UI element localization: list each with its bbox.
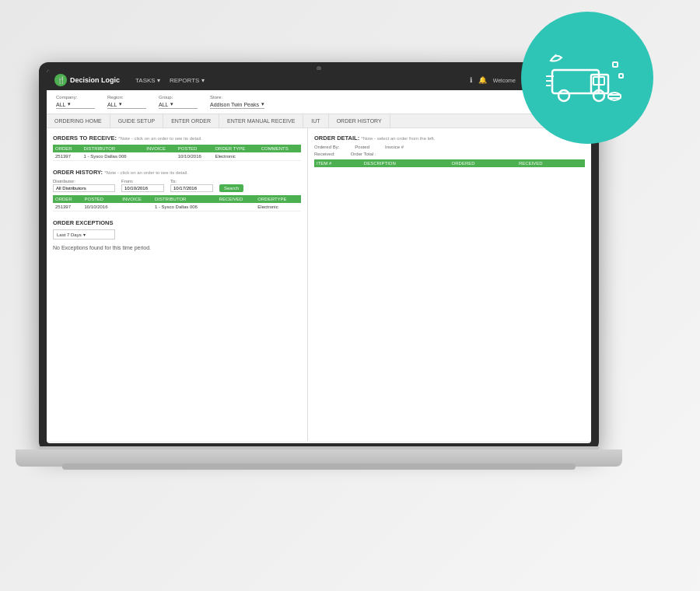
orders-table: ORDER DISTRIBUTOR INVOICE POSTED ORDER T… — [53, 145, 301, 161]
filter-store-select[interactable]: Addison Twin Peaks▾ — [210, 101, 264, 109]
col-order: ORDER — [53, 145, 82, 152]
col-invoice: INVOICE — [144, 145, 176, 152]
distributor-filter-group: Distributor: — [53, 179, 115, 192]
exceptions-title: ORDER EXCEPTIONS — [53, 219, 301, 226]
detail-col-desc: DESCRIPTION — [362, 159, 450, 167]
logo-icon: 🍴 — [54, 74, 67, 86]
hist-col-received: RECEIVED — [217, 195, 256, 203]
orders-to-receive-section: ORDERS TO RECEIVE: *Note - click on an o… — [53, 135, 301, 161]
svg-point-2 — [558, 90, 569, 101]
welcome-label: Welcome — [493, 78, 516, 83]
col-order-type: ORDER TYPE — [212, 145, 258, 152]
nav-items: TASKS ▾ REPORTS ▾ — [135, 77, 205, 84]
history-section-title: ORDER HISTORY: *Note - click on an order… — [53, 169, 301, 176]
history-table: ORDER POSTED INVOICE DISTRIBUTOR RECEIVE… — [53, 195, 301, 212]
detail-meta-2: Received: Order Total : — [314, 152, 585, 156]
order-history-section: ORDER HISTORY: *Note - click on an order… — [53, 169, 301, 212]
col-posted: POSTED — [176, 145, 213, 152]
nav-reports[interactable]: REPORTS ▾ — [170, 77, 205, 84]
tab-guide-setup[interactable]: GUIDE SETUP — [110, 114, 163, 128]
tab-order-history[interactable]: ORDER HISTORY — [329, 114, 390, 128]
filter-group-label: Group: — [159, 95, 198, 100]
left-panel: ORDERS TO RECEIVE: *Note - click on an o… — [47, 128, 308, 441]
order-detail-header: ORDER DETAIL: *Note - select an order fr… — [314, 135, 585, 156]
info-icon[interactable]: ℹ — [470, 76, 472, 84]
from-filter-label: From: — [121, 179, 164, 184]
to-filter-group: To: — [170, 179, 213, 192]
distributor-filter-input[interactable] — [53, 184, 115, 192]
detail-col-ordered: ORDERED — [450, 159, 516, 167]
filter-company-label: Company: — [56, 95, 95, 100]
orders-section-note: *Note - click on an order to see its det… — [118, 136, 202, 141]
filter-group-select[interactable]: ALL▾ — [159, 101, 198, 109]
detail-section-title: ORDER DETAIL: *Note - select an order fr… — [314, 135, 585, 142]
app-header: 🍴 Decision Logic TASKS ▾ REPORTS ▾ ℹ 🔔 W… — [47, 70, 591, 90]
ordered-by-label: Ordered By: — [314, 145, 339, 149]
hist-col-order: ORDER — [53, 195, 82, 203]
filter-region-label: Region: — [107, 95, 146, 100]
filter-region-select[interactable]: ALL▾ — [107, 101, 146, 109]
table-row[interactable]: 25139710/10/20161 - Sysco Dallas 006Elec… — [53, 203, 301, 212]
bell-icon[interactable]: 🔔 — [478, 76, 487, 84]
filter-bar: Company: ALL▾ Region: ALL▾ Group: — [47, 90, 591, 114]
tab-iut[interactable]: IUT — [303, 114, 328, 128]
tab-enter-manual-receive[interactable]: ENTER MANUAL RECEIVE — [219, 114, 303, 128]
distributor-filter-label: Distributor: — [53, 179, 115, 184]
exceptions-period-select[interactable]: Last 7 Days ▾ — [53, 229, 115, 240]
to-filter-label: To: — [170, 179, 213, 184]
from-date-input[interactable] — [121, 184, 164, 192]
detail-section-note: *Note - select an order from the left. — [361, 136, 435, 141]
invoice-label: Invoice # — [385, 145, 404, 149]
to-date-input[interactable] — [170, 184, 213, 192]
col-distributor: DISTRIBUTOR — [82, 145, 145, 152]
app: 🍴 Decision Logic TASKS ▾ REPORTS ▾ ℹ 🔔 W… — [47, 70, 591, 443]
filter-store: Store: Addison Twin Peaks▾ — [210, 95, 264, 109]
search-button[interactable]: Search — [219, 184, 243, 192]
svg-line-5 — [551, 54, 556, 61]
logo-area: 🍴 Decision Logic — [54, 74, 120, 86]
svg-rect-7 — [619, 74, 623, 78]
svg-rect-6 — [613, 62, 618, 67]
hist-col-invoice: INVOICE — [120, 195, 152, 203]
laptop-screen: 🍴 Decision Logic TASKS ▾ REPORTS ▾ ℹ 🔔 W… — [47, 70, 591, 443]
main-content: ORDERS TO RECEIVE: *Note - click on an o… — [47, 128, 591, 441]
filter-region: Region: ALL▾ — [107, 95, 146, 109]
tabs-bar: ORDERING HOME GUIDE SETUP ENTER ORDER EN… — [47, 114, 591, 128]
tab-enter-order[interactable]: ENTER ORDER — [163, 114, 219, 128]
no-exceptions-text: No Exceptions found for this time period… — [53, 242, 301, 254]
teal-circle-decoration — [521, 12, 653, 144]
from-filter-group: From: — [121, 179, 164, 192]
tab-ordering-home[interactable]: ORDERING HOME — [47, 114, 110, 128]
table-row[interactable]: 2513971 - Sysco Dallas 00610/10/2016Elec… — [53, 152, 301, 161]
filter-company-select[interactable]: ALL▾ — [56, 101, 95, 109]
hist-col-distributor: DISTRIBUTOR — [152, 195, 217, 203]
orders-section-title: ORDERS TO RECEIVE: *Note - click on an o… — [53, 135, 301, 142]
detail-meta: Ordered By: Posted Invoice # — [314, 145, 585, 149]
status-label: Posted — [355, 145, 369, 149]
detail-col-item: ITEM # — [314, 159, 362, 167]
col-comments: COMMENTS — [259, 145, 301, 152]
filter-company: Company: ALL▾ — [56, 95, 95, 109]
laptop-bezel: 🍴 Decision Logic TASKS ▾ REPORTS ▾ ℹ 🔔 W… — [39, 62, 599, 451]
filter-group: Group: ALL▾ — [159, 95, 198, 109]
hist-col-posted: POSTED — [82, 195, 121, 203]
received-label: Received: — [314, 152, 335, 156]
laptop-feet — [62, 463, 576, 470]
filter-store-label: Store: — [210, 95, 264, 100]
app-logo-text: Decision Logic — [70, 76, 120, 84]
history-filters: Distributor: From: To: — [53, 179, 301, 192]
hist-col-ordertype: ORDERTYPE — [255, 195, 301, 203]
order-total-label: Order Total : — [351, 152, 376, 156]
detail-table: ITEM # DESCRIPTION ORDERED RECEIVED — [314, 159, 585, 167]
svg-rect-11 — [608, 95, 621, 98]
detail-col-received: RECEIVED — [516, 159, 585, 167]
nav-tasks[interactable]: TASKS ▾ — [135, 77, 160, 84]
laptop: 🍴 Decision Logic TASKS ▾ REPORTS ▾ ℹ 🔔 W… — [39, 62, 599, 529]
order-exceptions-section: ORDER EXCEPTIONS Last 7 Days ▾ No Except… — [53, 219, 301, 254]
history-section-note: *Note - click on an order to see its det… — [104, 170, 188, 175]
right-panel: ORDER DETAIL: *Note - select an order fr… — [308, 128, 591, 441]
